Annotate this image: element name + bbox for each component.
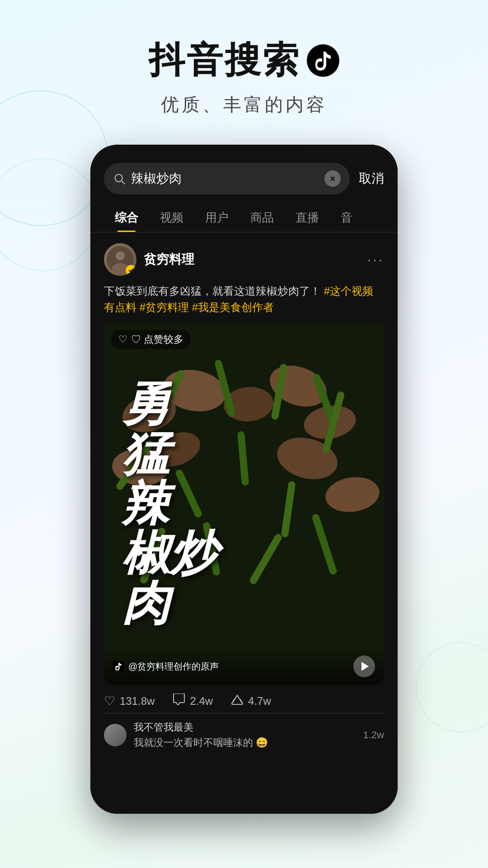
post-header: 贫穷料理 ··· [104,243,384,276]
shares-count: 4.7w [248,695,271,708]
tab-直播[interactable]: 直播 [285,203,330,232]
tiktok-note-icon [314,51,332,71]
likes-stat[interactable]: ♡ 131.8w [104,693,155,708]
post-description: 下饭菜到底有多凶猛，就看这道辣椒炒肉了！ #这个视频有点料 #贫穷料理 #我是美… [104,283,384,316]
video-footer: @贫穷料理创作的原声 [104,648,384,684]
search-input-wrapper[interactable]: 辣椒炒肉 × [104,163,350,194]
likes-count: 131.8w [120,695,155,708]
check-icon [128,267,134,274]
comments-preview: 我不管我最美 我就没一次看时不咽唾沫的 😄 1.2w [104,713,384,750]
clear-search-button[interactable]: × [324,170,341,187]
phone-frame: 辣椒炒肉 × 取消 综合 视频 用户 商品 直播 音 [90,145,398,814]
search-bar-area: 辣椒炒肉 × 取消 [90,145,398,203]
subtitle-text: 优质、丰富的内容 [0,92,488,117]
header-section: 抖音搜索 优质、丰富的内容 [0,0,488,135]
heart-stat-icon: ♡ [104,693,115,708]
comment-content: 我就没一次看时不咽唾沫的 😄 [134,736,268,750]
comment-text: 我就没一次看时不咽唾沫的 😄 [134,736,356,750]
comment-count: 1.2w [363,729,384,741]
search-query: 辣椒炒肉 [131,170,319,187]
share-icon [231,693,244,705]
comment-text-area: 我不管我最美 我就没一次看时不咽唾沫的 😄 [134,721,356,750]
avatar[interactable] [104,243,136,276]
verified-badge [126,265,136,276]
tiktok-note-small-icon [115,662,122,670]
video-text-overlay: 勇猛辣椒炒肉 [104,323,384,684]
cancel-button[interactable]: 取消 [359,170,384,187]
bg-decoration-3 [416,642,488,732]
svg-point-3 [116,251,125,260]
tiktok-small-icon [113,661,124,672]
title-text: 抖音搜索 [149,36,300,85]
video-overlay-text: 勇猛辣椒炒肉 [122,379,217,628]
tab-商品[interactable]: 商品 [239,203,285,232]
tab-综合[interactable]: 综合 [104,203,149,232]
share-stat-icon [231,693,244,708]
tab-视频[interactable]: 视频 [149,203,194,232]
more-options-icon[interactable]: ··· [367,252,384,267]
audio-info: @贫穷料理创作的原声 [113,660,219,673]
tiktok-logo-icon [307,44,339,77]
speech-bubble-icon [173,693,185,705]
shares-stat[interactable]: 4.7w [231,693,271,708]
comments-count: 2.4w [190,695,213,708]
phone-content: 辣椒炒肉 × 取消 综合 视频 用户 商品 直播 音 [90,145,398,814]
comments-stat[interactable]: 2.4w [173,693,213,708]
username[interactable]: 贫穷料理 [144,251,194,268]
comment-stat-icon [173,693,185,708]
search-icon [113,172,126,185]
tab-用户[interactable]: 用户 [194,203,239,232]
play-button[interactable] [353,656,375,677]
tabs-area: 综合 视频 用户 商品 直播 音 [90,203,398,232]
page-title: 抖音搜索 [0,36,488,85]
commenter-name: 我不管我最美 [134,721,356,734]
svg-line-1 [122,181,124,184]
commenter-avatar [104,724,127,746]
audio-text: @贫穷料理创作的原声 [128,660,219,673]
phone-mockup: 辣椒炒肉 × 取消 综合 视频 用户 商品 直播 音 [90,145,398,814]
video-thumbnail[interactable]: ♡ ♡ 点赞较多 勇猛辣椒炒肉 [104,323,384,684]
tab-音[interactable]: 音 [330,203,363,232]
play-icon [361,662,369,671]
stats-row: ♡ 131.8w 2.4w [104,684,384,713]
post-card: 贫穷料理 ··· 下饭菜到底有多凶猛，就看这道辣椒炒肉了！ #这个视频有点料 #… [90,232,398,814]
post-desc-text: 下饭菜到底有多凶猛，就看这道辣椒炒肉了！ [104,285,321,297]
